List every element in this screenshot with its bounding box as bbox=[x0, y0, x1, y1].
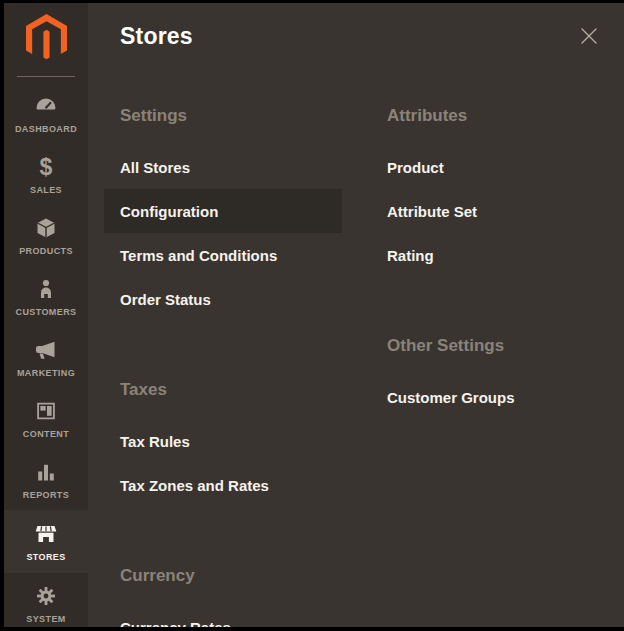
menu-item-currency-rates[interactable]: Currency Rates bbox=[104, 605, 342, 627]
menu-item-order-status[interactable]: Order Status bbox=[104, 277, 342, 321]
sidebar-item-label: CUSTOMERS bbox=[16, 307, 77, 317]
sidebar-item-system[interactable]: SYSTEM bbox=[4, 573, 88, 627]
sidebar-item-label: SALES bbox=[30, 185, 62, 195]
magento-logo-icon[interactable] bbox=[26, 14, 67, 61]
person-icon bbox=[33, 276, 59, 302]
sidebar-nav: DASHBOARD SALES PRODUCTS CUSTOMERS bbox=[4, 3, 88, 627]
menu-item-terms-and-conditions[interactable]: Terms and Conditions bbox=[104, 233, 342, 277]
section-heading-taxes: Taxes bbox=[120, 380, 326, 400]
sidebar-item-customers[interactable]: CUSTOMERS bbox=[4, 266, 88, 327]
section-other-settings: Other Settings Customer Groups bbox=[371, 336, 609, 419]
bar-chart-icon bbox=[33, 459, 59, 485]
menu-item-attribute-set[interactable]: Attribute Set bbox=[371, 189, 609, 233]
menu-item-tax-rules[interactable]: Tax Rules bbox=[104, 419, 342, 463]
menu-list: Customer Groups bbox=[371, 375, 609, 419]
sidebar-item-label: STORES bbox=[26, 552, 65, 562]
close-icon bbox=[577, 24, 601, 48]
sidebar-item-content[interactable]: CONTENT bbox=[4, 388, 88, 449]
gear-icon bbox=[33, 583, 59, 609]
sidebar-item-dashboard[interactable]: DASHBOARD bbox=[4, 83, 88, 144]
layout-icon bbox=[33, 398, 59, 424]
sidebar-item-label: REPORTS bbox=[23, 490, 69, 500]
menu-item-configuration[interactable]: Configuration bbox=[104, 189, 342, 233]
menu-item-all-stores[interactable]: All Stores bbox=[104, 145, 342, 189]
menu-item-tax-zones-and-rates[interactable]: Tax Zones and Rates bbox=[104, 463, 342, 507]
sidebar-item-label: SYSTEM bbox=[26, 614, 65, 624]
stores-flyout-menu: Stores Settings All Stores Configuration… bbox=[88, 3, 624, 627]
flyout-column-left: Settings All Stores Configuration Terms … bbox=[104, 106, 342, 627]
sidebar-divider bbox=[17, 76, 75, 77]
dashboard-icon bbox=[33, 93, 59, 119]
flyout-columns: Settings All Stores Configuration Terms … bbox=[104, 106, 624, 627]
box-icon bbox=[33, 215, 59, 241]
section-settings: Settings All Stores Configuration Terms … bbox=[104, 106, 342, 321]
sidebar-item-products[interactable]: PRODUCTS bbox=[4, 205, 88, 266]
menu-list: Product Attribute Set Rating bbox=[371, 145, 609, 277]
sidebar-item-reports[interactable]: REPORTS bbox=[4, 449, 88, 510]
sidebar-item-label: MARKETING bbox=[17, 368, 75, 378]
section-attributes: Attributes Product Attribute Set Rating bbox=[371, 106, 609, 277]
menu-list: Currency Rates bbox=[104, 605, 342, 627]
sidebar-menu: DASHBOARD SALES PRODUCTS CUSTOMERS bbox=[4, 83, 88, 627]
section-currency: Currency Currency Rates bbox=[104, 566, 342, 627]
section-heading-attributes: Attributes bbox=[387, 106, 593, 126]
sidebar-item-label: CONTENT bbox=[23, 429, 69, 439]
menu-list: All Stores Configuration Terms and Condi… bbox=[104, 145, 342, 321]
sidebar-item-stores[interactable]: STORES bbox=[4, 510, 88, 573]
close-button[interactable] bbox=[577, 24, 601, 48]
menu-item-customer-groups[interactable]: Customer Groups bbox=[371, 375, 609, 419]
flyout-title: Stores bbox=[120, 22, 624, 50]
section-heading-currency: Currency bbox=[120, 566, 326, 586]
section-heading-other-settings: Other Settings bbox=[387, 336, 593, 356]
megaphone-icon bbox=[33, 337, 59, 363]
menu-list: Tax Rules Tax Zones and Rates bbox=[104, 419, 342, 507]
section-taxes: Taxes Tax Rules Tax Zones and Rates bbox=[104, 380, 342, 507]
sidebar-item-label: DASHBOARD bbox=[15, 124, 77, 134]
admin-window: DASHBOARD SALES PRODUCTS CUSTOMERS bbox=[4, 3, 624, 627]
sidebar-item-marketing[interactable]: MARKETING bbox=[4, 327, 88, 388]
menu-item-rating[interactable]: Rating bbox=[371, 233, 609, 277]
menu-item-product[interactable]: Product bbox=[371, 145, 609, 189]
storefront-icon bbox=[33, 521, 59, 547]
flyout-column-right: Attributes Product Attribute Set Rating … bbox=[371, 106, 609, 627]
sidebar-item-sales[interactable]: SALES bbox=[4, 144, 88, 205]
dollar-icon bbox=[33, 154, 59, 180]
section-heading-settings: Settings bbox=[120, 106, 326, 126]
sidebar-item-label: PRODUCTS bbox=[19, 246, 73, 256]
